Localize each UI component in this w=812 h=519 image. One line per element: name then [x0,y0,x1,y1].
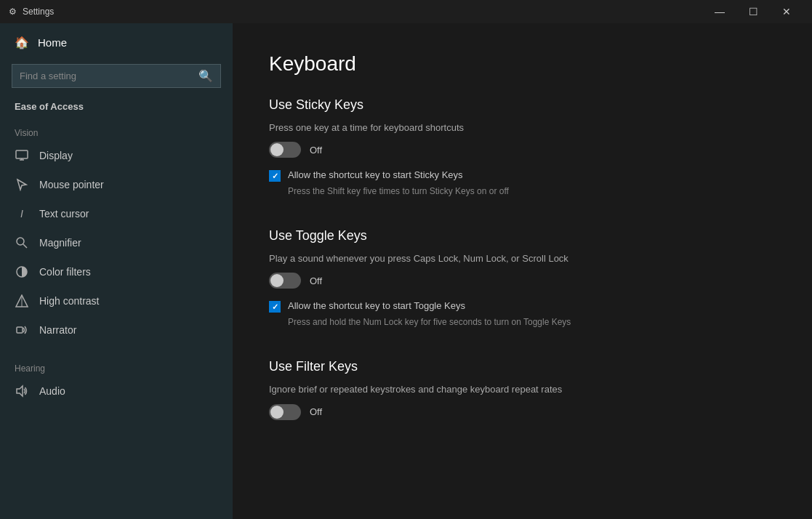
filter-keys-toggle[interactable] [269,404,301,420]
sidebar-item-display[interactable]: Display [0,141,233,170]
sticky-keys-checkbox-sublabel: Press the Shift key five times to turn S… [288,186,776,196]
text-cursor-label: Text cursor [39,208,89,220]
filter-keys-desc: Ignore brief or repeated keystrokes and … [269,383,776,396]
sticky-keys-checkbox-label: Allow the shortcut key to start Sticky K… [288,169,463,180]
svg-rect-8 [17,327,23,333]
narrator-icon [15,323,29,337]
sidebar-item-narrator[interactable]: Narrator [0,315,233,345]
hearing-section-label: Hearing [0,355,233,377]
text-cursor-icon: I [15,206,29,221]
breadcrumb: Ease of Access [0,97,233,119]
toggle-keys-checkbox-row: ✓ Allow the shortcut key to start Toggle… [269,300,776,313]
magnifier-icon [15,236,29,250]
filter-keys-toggle-label: Off [310,406,322,417]
app-title: Settings [23,7,54,17]
display-label: Display [39,150,73,161]
sidebar-item-high-contrast[interactable]: High contrast [0,286,233,315]
toggle-keys-checkbox-sublabel: Press and hold the Num Lock key for five… [288,317,776,327]
toggle-keys-checkbox[interactable]: ✓ [269,301,281,313]
sidebar-home[interactable]: 🏠 Home [0,23,233,61]
sticky-keys-toggle[interactable] [269,142,301,158]
sidebar: 🏠 Home 🔍 Ease of Access Vision Display [0,23,233,519]
sidebar-item-mouse-pointer[interactable]: Mouse pointer [0,170,233,199]
mouse-pointer-icon [15,177,29,192]
sticky-keys-heading: Use Sticky Keys [269,97,776,113]
maximize-button[interactable]: ☐ [736,0,770,23]
svg-marker-9 [17,386,23,396]
toggle-keys-checkmark: ✓ [272,302,278,312]
home-label: Home [38,36,67,49]
vision-section-label: Vision [0,119,233,141]
search-input[interactable] [20,71,193,81]
sticky-keys-desc: Press one key at a time for keyboard sho… [269,121,776,134]
svg-point-3 [17,238,24,245]
color-filters-label: Color filters [39,266,91,278]
sidebar-item-audio[interactable]: Audio [0,377,233,406]
filter-keys-toggle-row: Off [269,404,776,420]
filter-keys-toggle-knob [270,406,284,419]
sidebar-item-magnifier[interactable]: Magnifier [0,228,233,257]
magnifier-label: Magnifier [39,237,81,249]
sticky-keys-toggle-row: Off [269,142,776,158]
toggle-keys-toggle-label: Off [310,275,322,286]
high-contrast-icon [15,294,29,308]
settings-icon: ⚙ [9,7,17,17]
sticky-keys-checkbox-row: ✓ Allow the shortcut key to start Sticky… [269,169,776,182]
sticky-keys-checkmark: ✓ [272,172,278,181]
toggle-keys-toggle-row: Off [269,273,776,289]
filter-keys-heading: Use Filter Keys [269,359,776,374]
narrator-label: Narrator [39,324,76,336]
svg-rect-0 [16,150,28,158]
home-icon: 🏠 [15,35,29,49]
page-title: Keyboard [269,52,776,76]
toggle-keys-heading: Use Toggle Keys [269,228,776,244]
app-body: 🏠 Home 🔍 Ease of Access Vision Display [0,23,812,519]
display-icon [15,148,29,163]
search-box[interactable]: 🔍 [12,64,221,88]
main-content: Keyboard Use Sticky Keys Press one key a… [233,23,812,519]
sticky-keys-checkbox[interactable]: ✓ [269,170,281,182]
toggle-keys-checkbox-label: Allow the shortcut key to start Toggle K… [288,300,465,311]
high-contrast-label: High contrast [39,295,99,307]
minimize-button[interactable]: — [703,0,736,23]
sidebar-item-color-filters[interactable]: Color filters [0,257,233,286]
mouse-pointer-label: Mouse pointer [39,179,104,190]
toggle-keys-desc: Play a sound whenever you press Caps Loc… [269,252,776,265]
toggle-keys-toggle-knob [270,274,284,287]
sticky-keys-toggle-knob [270,143,284,156]
title-bar: ⚙ Settings — ☐ ✕ [0,0,812,23]
color-filters-icon [15,265,29,279]
close-button[interactable]: ✕ [770,0,803,23]
svg-line-4 [23,244,27,248]
sticky-keys-toggle-label: Off [310,145,322,156]
search-icon: 🔍 [198,69,213,83]
toggle-keys-toggle[interactable] [269,273,301,289]
sidebar-item-text-cursor[interactable]: I Text cursor [0,199,233,228]
audio-label: Audio [39,385,65,397]
window-controls: — ☐ ✕ [703,0,803,23]
audio-icon [15,384,29,398]
